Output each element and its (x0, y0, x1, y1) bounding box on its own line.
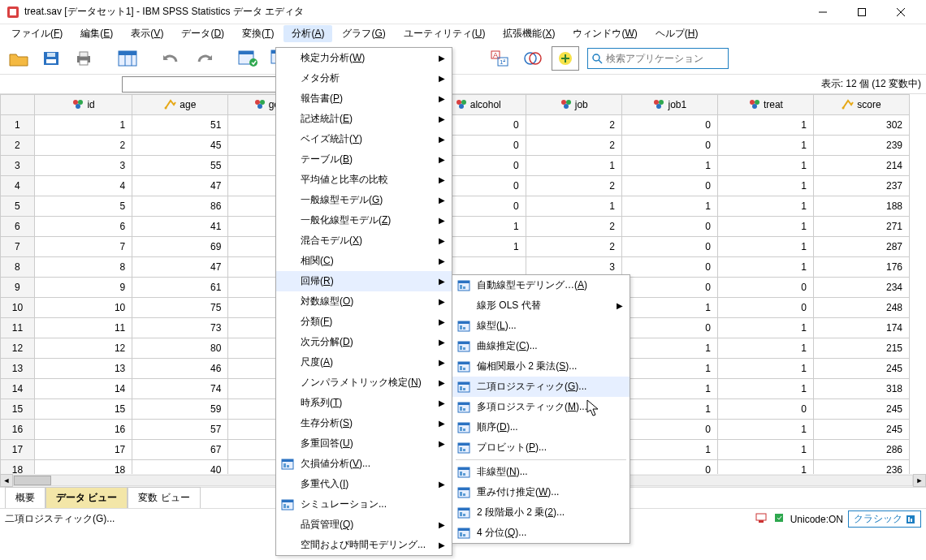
menu-item[interactable]: 分析(A) (283, 25, 332, 42)
menu-item[interactable]: プロビット(P)... (452, 437, 630, 458)
cell[interactable]: 4 (34, 176, 132, 196)
view-tab[interactable]: データ ビュー (45, 487, 128, 508)
row-header[interactable]: 5 (1, 196, 35, 217)
value-labels-icon[interactable]: A1⁴ (487, 46, 514, 71)
cell[interactable]: 1 (717, 136, 813, 156)
close-button[interactable] (882, 2, 920, 22)
cell[interactable]: 45 (132, 136, 228, 156)
data-icon[interactable] (114, 46, 141, 71)
open-icon[interactable] (5, 46, 32, 71)
menu-item[interactable]: 一般線型モデル(G)▶ (276, 190, 452, 210)
row-header[interactable]: 16 (1, 420, 35, 440)
cell[interactable]: 69 (132, 237, 228, 257)
menu-item[interactable]: ヘルプ(H) (647, 25, 707, 42)
menu-item[interactable]: 拡張機能(X) (495, 25, 563, 42)
cell[interactable]: 13 (34, 359, 132, 379)
cell[interactable]: 239 (813, 136, 909, 156)
menu-item[interactable]: 線型(L)... (452, 316, 630, 336)
menu-item[interactable]: 変換(T) (234, 25, 282, 42)
menu-item[interactable]: データ(D) (173, 25, 232, 42)
cell[interactable]: 287 (813, 237, 909, 257)
row-header[interactable]: 7 (1, 237, 35, 257)
cell[interactable]: 73 (132, 318, 228, 338)
row-header[interactable]: 3 (1, 156, 35, 176)
cell[interactable]: 2 (34, 136, 132, 156)
search-input[interactable] (606, 50, 728, 67)
row-header[interactable]: 8 (1, 257, 35, 278)
cell[interactable]: 2 (526, 115, 621, 136)
menu-item[interactable]: ファイル(F) (3, 25, 71, 42)
cell[interactable]: 7 (34, 237, 132, 257)
menu-item[interactable]: メタ分析▶ (276, 68, 452, 88)
cell-edit[interactable] (122, 76, 276, 93)
menu-item[interactable]: 検定力分析(W)▶ (276, 48, 452, 68)
column-header[interactable]: treat (717, 95, 813, 115)
cell[interactable]: 40 (132, 460, 228, 475)
cell[interactable]: 0 (621, 115, 717, 136)
menu-item[interactable]: 対数線型(O)▶ (276, 291, 452, 312)
menu-item[interactable]: 非線型(N)... (452, 462, 630, 482)
cell[interactable]: 57 (132, 420, 228, 440)
scroll-thumb[interactable] (14, 476, 51, 485)
cell[interactable]: 10 (34, 298, 132, 318)
cell[interactable]: 61 (132, 278, 228, 298)
print-icon[interactable] (70, 46, 97, 71)
cell[interactable]: 15 (34, 399, 132, 420)
menu-item[interactable]: テーブル(B)▶ (276, 149, 452, 170)
cell[interactable]: 234 (813, 278, 909, 298)
menu-item[interactable]: 曲線推定(C)... (452, 336, 630, 356)
cell[interactable]: 9 (34, 278, 132, 298)
cell[interactable]: 0 (621, 257, 717, 278)
cell[interactable]: 51 (132, 115, 228, 136)
row-header[interactable]: 11 (1, 318, 35, 338)
cell[interactable]: 6 (34, 217, 132, 237)
cell[interactable]: 214 (813, 156, 909, 176)
cell[interactable]: 286 (813, 440, 909, 460)
cell[interactable]: 75 (132, 298, 228, 318)
cell[interactable]: 1 (717, 237, 813, 257)
cell[interactable]: 5 (34, 196, 132, 217)
menu-item[interactable]: 2 段階最小 2 乗(2)... (452, 502, 630, 523)
row-header[interactable]: 1 (1, 115, 35, 136)
column-header[interactable]: job1 (621, 95, 717, 115)
menu-item[interactable]: 時系列(T)▶ (276, 393, 452, 413)
cell[interactable]: 1 (717, 460, 813, 475)
menu-item[interactable]: ユーティリティ(U) (396, 25, 494, 42)
menu-item[interactable]: 編集(E) (72, 25, 121, 42)
menu-item[interactable]: 4 分位(Q)... (452, 523, 630, 543)
sets-icon[interactable] (519, 46, 547, 71)
minimize-button[interactable] (804, 2, 842, 22)
column-header[interactable]: score (813, 95, 909, 115)
row-header[interactable]: 14 (1, 379, 35, 399)
cell[interactable]: 1 (717, 217, 813, 237)
analyze-menu[interactable]: 検定力分析(W)▶メタ分析▶報告書(P)▶記述統計(E)▶ベイズ統計(Y)▶テー… (275, 47, 452, 556)
cell[interactable]: 2 (526, 136, 621, 156)
menu-item[interactable]: 表示(V) (123, 25, 171, 42)
cell[interactable]: 1 (621, 196, 717, 217)
cell[interactable]: 0 (621, 278, 717, 298)
menu-item[interactable]: 多項ロジスティック(M)... (452, 397, 630, 417)
cell[interactable]: 55 (132, 156, 228, 176)
cell[interactable]: 1 (717, 156, 813, 176)
classic-mode-button[interactable]: クラシック (848, 510, 921, 528)
cell[interactable]: 1 (717, 440, 813, 460)
cell[interactable]: 237 (813, 176, 909, 196)
cell[interactable]: 1 (621, 338, 717, 359)
cell[interactable]: 1 (621, 156, 717, 176)
menu-item[interactable]: 多重代入(I)▶ (276, 474, 452, 494)
undo-icon[interactable] (158, 46, 185, 71)
cell[interactable]: 0 (717, 399, 813, 420)
cell[interactable]: 1 (717, 257, 813, 278)
cell[interactable]: 215 (813, 338, 909, 359)
menu-item[interactable]: 混合モデル(X)▶ (276, 230, 452, 251)
row-header[interactable]: 9 (1, 278, 35, 298)
cell[interactable]: 0 (621, 176, 717, 196)
cell[interactable]: 2 (526, 237, 621, 257)
cell[interactable]: 3 (34, 156, 132, 176)
row-header[interactable]: 17 (1, 440, 35, 460)
cell[interactable]: 1 (621, 440, 717, 460)
cell[interactable]: 1 (717, 176, 813, 196)
column-header[interactable]: age (132, 95, 228, 115)
cell[interactable]: 1 (526, 156, 621, 176)
cell[interactable]: 0 (717, 278, 813, 298)
